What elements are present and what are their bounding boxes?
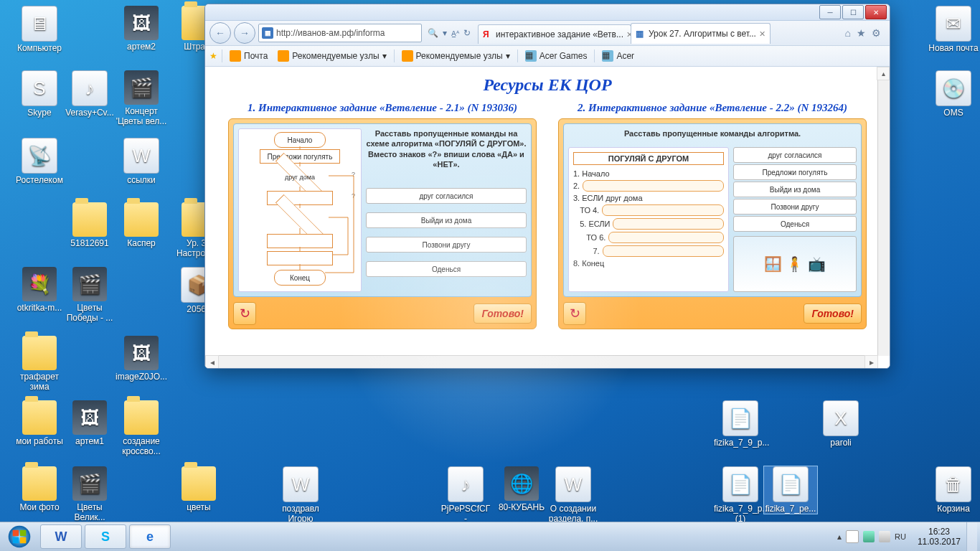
refresh-icon[interactable]: ↻ bbox=[463, 28, 471, 38]
address-bar[interactable]: ▦ http://иванов-ам.рф/informa bbox=[258, 24, 422, 42]
task1-ready-button[interactable]: Готово! bbox=[473, 303, 532, 324]
favorites-icon[interactable]: ★ bbox=[857, 27, 866, 39]
desktop-icon[interactable]: Мои фото bbox=[13, 466, 66, 512]
flow-cond-2[interactable] bbox=[271, 208, 329, 230]
command-chip[interactable]: Позвони другу bbox=[366, 237, 527, 253]
start-button[interactable] bbox=[0, 522, 39, 551]
window-titlebar[interactable]: ─ ☐ ✕ bbox=[205, 4, 890, 21]
desktop-icon[interactable]: трафарет зима bbox=[13, 336, 66, 392]
taskbar-item-word[interactable]: W bbox=[40, 524, 82, 549]
desktop-icon[interactable]: 📡Ростелеком bbox=[13, 138, 66, 185]
algo-slot[interactable] bbox=[602, 204, 724, 216]
algo-slot[interactable] bbox=[613, 218, 724, 230]
tray-expand-icon[interactable]: ▴ bbox=[837, 532, 842, 542]
desktop-icon[interactable]: SSkype bbox=[13, 70, 66, 118]
home-icon[interactable]: ⌂ bbox=[845, 27, 851, 39]
desktop-icon[interactable]: Wпоздравл Игорю bbox=[274, 466, 327, 524]
file-icon: W bbox=[123, 138, 159, 174]
tray-network-icon[interactable] bbox=[863, 531, 875, 542]
desktop-icon[interactable]: мои работы bbox=[13, 400, 66, 446]
task2-reset-button[interactable]: ↻ bbox=[563, 302, 586, 325]
desktop-icon[interactable]: 🎬Концерт 'Цветы вел... bbox=[115, 70, 168, 126]
desktop-icon[interactable]: 💐otkritka-m... bbox=[13, 267, 66, 313]
command-chip[interactable]: друг согласился bbox=[366, 188, 527, 204]
desktop-icon[interactable]: 🎬Цветы Велик... bbox=[63, 466, 116, 522]
fav-recommended-1[interactable]: Рекомендуемые узлы▾ bbox=[275, 49, 389, 63]
tray-lang-icon[interactable]: RU bbox=[895, 532, 906, 541]
desktop-icon[interactable]: цветы bbox=[172, 466, 225, 512]
desktop-icon[interactable]: Каспер bbox=[115, 202, 168, 248]
desktop-icon[interactable]: 🖼артем1 bbox=[63, 400, 116, 446]
address-tools: 🔍 ▾ A̲ᴬ ↻ bbox=[425, 28, 473, 38]
add-favorite-icon[interactable]: ★ bbox=[209, 51, 217, 61]
desktop-icon[interactable]: 51812691 bbox=[63, 202, 116, 248]
tools-icon[interactable]: ⚙ bbox=[872, 27, 881, 39]
fav-mail[interactable]: Почта bbox=[227, 49, 270, 63]
clock[interactable]: 16:23 11.03.2017 bbox=[912, 527, 966, 547]
search-icon[interactable]: 🔍 bbox=[428, 28, 438, 38]
close-tab-icon[interactable]: ✕ bbox=[759, 29, 765, 39]
command-chip[interactable]: Выйди из дома bbox=[733, 182, 857, 197]
flow-slot-2[interactable] bbox=[267, 234, 333, 248]
desktop-icon[interactable]: 🗑Корзина bbox=[927, 466, 980, 514]
fav-acer[interactable]: ▦Acer bbox=[599, 49, 637, 63]
algo-slot[interactable] bbox=[603, 245, 724, 257]
flow-start: Начало bbox=[274, 132, 326, 148]
icon-label: Verasy+Cv... bbox=[63, 108, 116, 118]
desktop-icon[interactable]: 💿OMS bbox=[927, 70, 980, 118]
tray-volume-icon[interactable] bbox=[879, 531, 890, 542]
desktop-icon[interactable]: 🎬Цветы Победы - ... bbox=[63, 267, 116, 323]
show-desktop-button[interactable] bbox=[966, 522, 977, 551]
compat-icon[interactable]: A̲ᴬ bbox=[451, 29, 459, 37]
vertical-scrollbar[interactable] bbox=[877, 67, 890, 356]
command-chip[interactable]: Выйди из дома bbox=[366, 212, 527, 228]
desktop-icon[interactable]: 🖼артем2 bbox=[115, 6, 168, 52]
command-chip[interactable]: Позвони другу bbox=[733, 199, 857, 215]
file-icon: 📄 bbox=[722, 466, 758, 502]
desktop-icon[interactable]: ♪Verasy+Cv... bbox=[63, 70, 116, 118]
desktop-icon[interactable]: Wссылки bbox=[115, 138, 168, 185]
desktop-icon[interactable]: создание кроссво... bbox=[115, 400, 168, 456]
tray-flag-icon[interactable] bbox=[846, 530, 859, 543]
desktop-icon[interactable]: 📄fizika_7_9_p... (1) bbox=[714, 466, 767, 524]
algo-slot[interactable] bbox=[608, 232, 724, 243]
browser-tab[interactable]: ▦Урок 27. Алгоритмы с вет...✕ bbox=[631, 23, 771, 44]
desktop-icon[interactable]: 📄fizika_7_9_p... bbox=[714, 400, 767, 448]
command-chip[interactable]: Предложи погулять bbox=[733, 164, 857, 180]
scroll-right-button[interactable]: ▸ bbox=[864, 355, 878, 368]
dropdown-icon[interactable]: ▾ bbox=[443, 28, 447, 38]
forward-button[interactable]: → bbox=[234, 22, 255, 44]
horizontal-scrollbar[interactable]: ◂ ▸ bbox=[205, 355, 878, 368]
maximize-button[interactable]: ☐ bbox=[842, 5, 864, 19]
command-chip[interactable]: друг согласился bbox=[733, 147, 857, 163]
icon-label: imageZ0JO... bbox=[115, 372, 168, 382]
task1-reset-button[interactable]: ↻ bbox=[233, 302, 256, 325]
icon-label: Цветы Победы - ... bbox=[63, 303, 116, 323]
fav-recommended-2[interactable]: Рекомендуемые узлы▾ bbox=[399, 49, 513, 63]
desktop-icon[interactable]: 🖥Компьютер bbox=[13, 6, 66, 53]
scroll-up-button[interactable]: ▴ bbox=[877, 67, 890, 80]
flow-cond-home: друг дома bbox=[271, 166, 329, 188]
svg-rect-8 bbox=[13, 530, 19, 537]
minimize-button[interactable]: ─ bbox=[819, 5, 841, 19]
browser-tab[interactable]: Яинтерактивное задание «Ветв...✕ bbox=[478, 24, 631, 44]
command-chip[interactable]: Оденься bbox=[366, 261, 527, 277]
taskbar-item-ie[interactable]: e bbox=[129, 524, 171, 549]
desktop-icon[interactable]: ✉Новая почта bbox=[927, 6, 980, 53]
taskbar-item-skype[interactable]: S bbox=[85, 524, 126, 549]
desktop-icon[interactable]: 🌐80-КУБАНЬ bbox=[495, 466, 548, 512]
desktop-icon[interactable]: 📄fizika_7_pe... bbox=[764, 466, 817, 514]
fav-acergames[interactable]: ▦Acer Games bbox=[522, 49, 590, 63]
back-button[interactable]: ← bbox=[209, 22, 231, 44]
algo-slot[interactable] bbox=[583, 180, 724, 192]
desktop-icon[interactable]: 🖼imageZ0JO... bbox=[115, 336, 168, 382]
command-chip[interactable]: Оденься bbox=[733, 216, 857, 232]
task2-ready-button[interactable]: Готово! bbox=[804, 303, 862, 324]
close-button[interactable]: ✕ bbox=[865, 5, 887, 19]
flow-slot-3[interactable] bbox=[267, 251, 333, 265]
file-icon: 🌐 bbox=[504, 466, 539, 501]
desktop-icon[interactable]: Xparoli bbox=[814, 400, 867, 448]
desktop-icon[interactable]: WО создании раздела, п... bbox=[547, 466, 600, 524]
scroll-left-button[interactable]: ◂ bbox=[205, 355, 219, 368]
desktop[interactable]: 🖥Компьютер🖼артем2Штраус✉Новая почтаSSkyp… bbox=[0, 0, 980, 551]
